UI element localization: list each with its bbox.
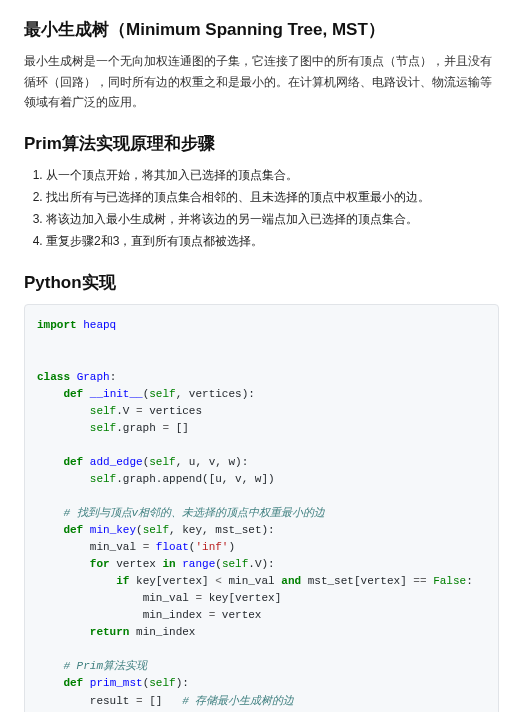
- kw-for: for: [90, 558, 110, 570]
- list-item: 将该边加入最小生成树，并将该边的另一端点加入已选择的顶点集合。: [46, 210, 499, 229]
- param: key: [182, 524, 202, 536]
- fn-min-key: min_key: [90, 524, 136, 536]
- param: v: [209, 456, 216, 468]
- op: =: [162, 422, 169, 434]
- heading-prim: Prim算法实现原理和步骤: [24, 130, 499, 157]
- fn-float: float: [156, 541, 189, 553]
- param: mst_set: [215, 524, 261, 536]
- kw-import: import: [37, 319, 77, 331]
- class-name: Graph: [77, 371, 110, 383]
- self: self: [149, 388, 175, 400]
- var: vertex: [116, 558, 156, 570]
- param: w: [228, 456, 235, 468]
- attr: .V: [116, 405, 136, 417]
- intro-paragraph: 最小生成树是一个无向加权连通图的子集，它连接了图中的所有顶点（节点），并且没有循…: [24, 51, 499, 112]
- var: min_val: [143, 592, 196, 604]
- list-item: 找出所有与已选择的顶点集合相邻的、且未选择的顶点中权重最小的边。: [46, 188, 499, 207]
- list: []: [176, 422, 189, 434]
- var: vertices: [149, 405, 202, 417]
- op: =: [136, 405, 143, 417]
- op: =: [136, 695, 143, 707]
- heading-python: Python实现: [24, 269, 499, 296]
- param: u: [189, 456, 196, 468]
- kw-in: in: [162, 558, 175, 570]
- var: min_val: [228, 575, 274, 587]
- code-block: import heapq class Graph: def __init__(s…: [24, 304, 499, 712]
- comment: # 找到与顶点v相邻的、未选择的顶点中权重最小的边: [63, 507, 325, 519]
- kw-and: and: [281, 575, 301, 587]
- self: self: [149, 456, 175, 468]
- heading-title: 最小生成树（Minimum Spanning Tree, MST）: [24, 16, 499, 43]
- op: <: [215, 575, 222, 587]
- kw-def: def: [63, 388, 83, 400]
- self: self: [222, 558, 248, 570]
- bool: False: [433, 575, 466, 587]
- kw-return: return: [90, 626, 130, 638]
- var: min_index: [143, 609, 209, 621]
- param: vertices: [189, 388, 242, 400]
- kw-def: def: [63, 524, 83, 536]
- comment: # Prim算法实现: [63, 660, 147, 672]
- fn-init: __init__: [90, 388, 143, 400]
- list-item: 从一个顶点开始，将其加入已选择的顶点集合。: [46, 166, 499, 185]
- self: self: [90, 422, 116, 434]
- self: self: [90, 473, 116, 485]
- str: 'inf': [195, 541, 228, 553]
- op: =: [195, 592, 202, 604]
- comment: # 存储最小生成树的边: [182, 695, 294, 707]
- fn-add-edge: add_edge: [90, 456, 143, 468]
- kw-def: def: [63, 677, 83, 689]
- expr: key[vertex]: [136, 575, 215, 587]
- list-item: 重复步骤2和3，直到所有顶点都被选择。: [46, 232, 499, 251]
- kw-def: def: [63, 456, 83, 468]
- var: vertex: [222, 609, 262, 621]
- kw-class: class: [37, 371, 70, 383]
- op: =: [143, 541, 150, 553]
- fn-prim-mst: prim_mst: [90, 677, 143, 689]
- module-heapq: heapq: [83, 319, 116, 331]
- attr: .V):: [248, 558, 274, 570]
- prim-steps-list: 从一个顶点开始，将其加入已选择的顶点集合。 找出所有与已选择的顶点集合相邻的、且…: [24, 166, 499, 252]
- fn-range: range: [182, 558, 215, 570]
- op: =: [209, 609, 216, 621]
- op: ==: [413, 575, 426, 587]
- var: min_index: [136, 626, 195, 638]
- expr: mst_set[vertex]: [308, 575, 414, 587]
- self: self: [90, 405, 116, 417]
- kw-if: if: [116, 575, 129, 587]
- self: self: [143, 524, 169, 536]
- expr: key[vertex]: [209, 592, 282, 604]
- var: result: [90, 695, 136, 707]
- attr: .graph: [116, 422, 162, 434]
- self: self: [149, 677, 175, 689]
- expr: .graph.append([u, v, w]): [116, 473, 274, 485]
- list: []: [149, 695, 162, 707]
- var: min_val: [90, 541, 143, 553]
